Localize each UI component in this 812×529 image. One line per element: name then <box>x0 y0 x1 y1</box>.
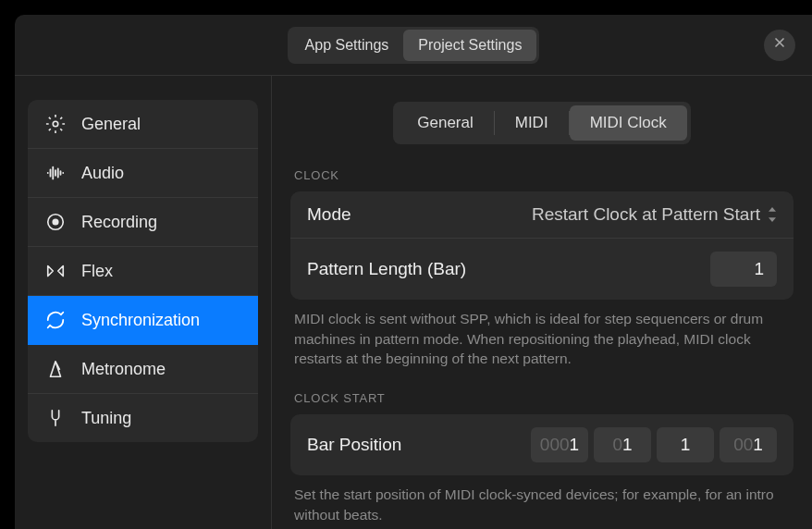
bar-position-field-1[interactable]: 0001 <box>531 427 588 462</box>
sub-tab-container: General MIDI MIDI Clock <box>393 102 691 144</box>
clock-settings-group: Mode Restart Clock at Pattern Start Patt… <box>290 191 794 300</box>
close-button[interactable] <box>764 30 795 61</box>
record-icon <box>44 211 67 233</box>
section-header-clock: CLOCK <box>294 168 794 182</box>
sidebar-item-label: Synchronization <box>81 311 200 330</box>
pattern-length-input[interactable]: 1 <box>710 252 777 287</box>
mode-value: Restart Clock at Pattern Start <box>532 204 777 225</box>
sidebar-item-flex[interactable]: Flex <box>28 247 258 296</box>
gear-icon <box>44 113 67 135</box>
sidebar-item-tuning[interactable]: Tuning <box>28 394 258 442</box>
bar-position-label: Bar Position <box>307 435 401 455</box>
svg-point-0 <box>53 121 58 127</box>
sidebar: General Audio Recording <box>15 76 272 529</box>
sidebar-item-label: Recording <box>81 213 157 232</box>
main-content: General MIDI MIDI Clock CLOCK Mode Resta… <box>272 76 812 529</box>
pattern-length-row: Pattern Length (Bar) 1 <box>290 239 794 300</box>
chevron-updown-icon <box>768 207 777 222</box>
bp-leading-zeros: 0 <box>612 435 622 455</box>
sidebar-item-label: Tuning <box>81 409 131 428</box>
waveform-icon <box>44 162 67 184</box>
sidebar-item-label: Metronome <box>81 360 166 379</box>
close-icon <box>772 35 787 55</box>
sidebar-item-recording[interactable]: Recording <box>28 198 258 247</box>
bar-position-field-3[interactable]: 1 <box>657 427 714 462</box>
clock-start-help-text: Set the start position of MIDI clock-syn… <box>294 485 790 524</box>
bp-leading-zeros: 000 <box>540 435 570 455</box>
section-header-clock-start: CLOCK START <box>294 391 794 405</box>
sidebar-item-label: General <box>81 115 141 134</box>
bp-value: 1 <box>753 435 763 455</box>
bp-value: 1 <box>570 435 580 455</box>
flex-icon <box>44 260 67 282</box>
sidebar-item-label: Audio <box>81 164 124 183</box>
mode-label: Mode <box>307 204 351 225</box>
pattern-length-label: Pattern Length (Bar) <box>307 259 466 279</box>
sidebar-item-audio[interactable]: Audio <box>28 149 258 198</box>
sidebar-item-general[interactable]: General <box>28 100 258 149</box>
metronome-icon <box>44 358 67 380</box>
dialog-header: App Settings Project Settings <box>15 15 812 76</box>
dialog-body: General Audio Recording <box>15 76 812 529</box>
sidebar-item-metronome[interactable]: Metronome <box>28 345 258 394</box>
settings-dialog: App Settings Project Settings General <box>15 15 812 529</box>
bar-position-field-4[interactable]: 001 <box>720 427 777 462</box>
mode-value-text: Restart Clock at Pattern Start <box>532 204 760 225</box>
bar-position-row: Bar Position 0001 01 1 001 <box>290 414 794 475</box>
clock-help-text: MIDI clock is sent without SPP, which is… <box>294 309 790 369</box>
tuning-fork-icon <box>44 407 67 429</box>
settings-tab-switcher: App Settings Project Settings <box>288 27 540 64</box>
svg-point-2 <box>53 219 58 225</box>
sub-tab-bar: General MIDI MIDI Clock <box>290 102 794 144</box>
clock-start-settings-group: Bar Position 0001 01 1 001 <box>290 414 794 475</box>
sidebar-item-label: Flex <box>81 262 113 281</box>
sidebar-nav: General Audio Recording <box>28 100 258 442</box>
sub-tab-midi-clock[interactable]: MIDI Clock <box>570 105 687 141</box>
bar-position-fields: 0001 01 1 001 <box>531 427 777 462</box>
bp-leading-zeros: 00 <box>733 435 753 455</box>
sidebar-item-synchronization[interactable]: Synchronization <box>28 296 258 345</box>
bp-value: 1 <box>681 435 691 455</box>
sync-icon <box>44 309 67 331</box>
sub-tab-general[interactable]: General <box>397 105 493 141</box>
bp-value: 1 <box>622 435 633 455</box>
sub-tab-midi[interactable]: MIDI <box>495 105 569 141</box>
bar-position-field-2[interactable]: 01 <box>594 427 651 462</box>
tab-app-settings[interactable]: App Settings <box>290 30 404 61</box>
tab-project-settings[interactable]: Project Settings <box>403 30 536 61</box>
mode-row[interactable]: Mode Restart Clock at Pattern Start <box>290 191 794 239</box>
